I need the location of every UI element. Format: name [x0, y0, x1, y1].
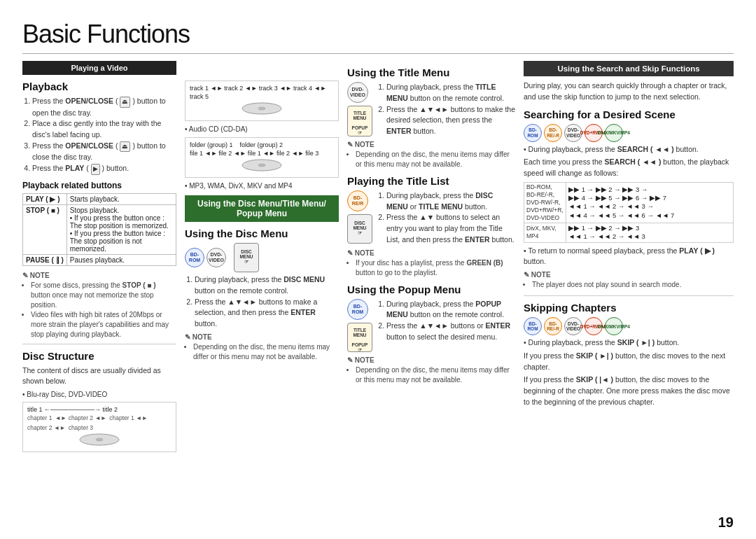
skipping-icons: BD-ROM BD-RE/-R DVD-VIDEO DVD+RW/+R DivX… — [524, 317, 734, 335]
disc-menu-title: Using the Disc Menu — [185, 227, 339, 239]
playback-buttons-section: Playback related buttons PLAY ( ▶ ) Star… — [22, 181, 176, 266]
title-list-step-1: During playback, press the DISC MENU or … — [386, 190, 515, 213]
title-menu-section: Using the Title Menu DVD-VIDEO TITLEMENU… — [347, 66, 515, 169]
disc-structure-section: Disc Structure The content of discs are … — [22, 350, 176, 453]
title-menu-step-2: Press the ▲▼◄► buttons to make the desir… — [386, 104, 515, 137]
stop-btn-cell: STOP ( ■ ) — [23, 204, 67, 254]
divx-mkv-icon: DivX/MKV/MP4 — [605, 124, 623, 142]
popup-menu-note-item: Depending on the disc, the menu items ma… — [356, 365, 515, 385]
title-menu-note-list: Depending on the disc, the menu items ma… — [347, 150, 515, 169]
speed-row-1: BD-ROM,BD-RE/-R,DVD-RW/-R,DVD+RW/+R,DVD-… — [524, 182, 734, 223]
search-change-note: Each time you press the SEARCH ( ◄◄ ) bu… — [524, 157, 734, 179]
title-list-steps: During playback, press the DISC MENU or … — [377, 190, 515, 246]
title-menu-step-1: During playback, press the TITLE MENU bu… — [386, 82, 515, 104]
bd-re-r-icon-2: BD-RE/-R — [544, 124, 562, 142]
audio-cd-label: Audio CD (CD-DA) — [185, 125, 339, 133]
popup-menu-section: Using the Popup Menu BD-ROM TITLEMENUPOP… — [347, 284, 515, 385]
audio-cd-diagram: track 1 ◄►track 2 ◄►track 3 ◄►track 4 ◄►… — [185, 80, 339, 121]
skipping-note-1: If you press the SKIP ( ►| ) button, the… — [524, 351, 734, 373]
playback-related-title: Playback related buttons — [22, 181, 176, 190]
bd-re-r-icon: BD-RE/R — [347, 190, 368, 211]
speed-label-2: DivX, MKV,MP4 — [524, 223, 566, 242]
play-btn-cell: PLAY ( ▶ ) — [23, 193, 67, 204]
search-note-title: NOTE — [524, 271, 734, 279]
desired-scene-title: Searching for a Desired Scene — [524, 108, 734, 120]
col-mid-left: track 1 ◄►track 2 ◄►track 3 ◄►track 4 ◄►… — [185, 61, 339, 525]
table-row: PAUSE ( ‖ ) Pauses playback. — [23, 254, 176, 265]
speed-label-1: BD-ROM,BD-RE/-R,DVD-RW/-R,DVD+RW/+R,DVD-… — [524, 182, 566, 223]
search-note-item: The player does not play sound in search… — [532, 280, 734, 290]
disc-svg-1 — [78, 433, 120, 447]
main-content: Playing a Video Playback Press the OPEN/… — [22, 61, 734, 525]
title-menu-note: NOTE Depending on the disc, the menu ite… — [347, 141, 515, 169]
disc-menu-btn-2: DISCMENU☞ — [347, 214, 372, 244]
disc-menu-header: Using the Disc Menu/Title Menu/ Popup Me… — [185, 195, 339, 222]
title-list-step-2: Press the ▲▼ buttons to select an entry … — [386, 212, 515, 245]
playback-note: NOTE For some discs, pressing the STOP (… — [22, 272, 176, 340]
playback-step-3: Press the OPEN/CLOSE ( ⏏ ) button to clo… — [32, 141, 176, 163]
divider-right — [524, 295, 734, 296]
col-mid-right: Using the Title Menu DVD-VIDEO TITLEMENU… — [347, 61, 515, 525]
pause-btn-cell: PAUSE ( ‖ ) — [23, 254, 67, 265]
desired-scene-section: Searching for a Desired Scene BD-ROM BD-… — [524, 108, 734, 290]
search-bullet: • During playback, press the SEARCH ( ◄◄… — [524, 144, 734, 155]
col-left: Playing a Video Playback Press the OPEN/… — [22, 61, 176, 525]
popup-menu-content: BD-ROM TITLEMENUPOPUP☞ During playback, … — [347, 299, 515, 353]
speed-values-1: ▶▶ 1 → ▶▶ 2 → ▶▶ 3 → ▶▶ 4 → ▶▶ 5 → ▶▶ 6 … — [566, 182, 734, 223]
svg-point-3 — [258, 107, 265, 110]
skipping-bullet-1: • During playback, press the SKIP ( ►| )… — [524, 337, 734, 349]
note-item-2: Video files with high bit rates of 20Mbp… — [31, 310, 176, 340]
popup-menu-note: NOTE Depending on the disc, the menu ite… — [347, 356, 515, 385]
search-note-list: The player does not play sound in search… — [524, 280, 734, 290]
dvd-video-icon-2: DVD-VIDEO — [347, 82, 368, 103]
pause-desc: Pauses playback. — [66, 254, 176, 265]
col-right: Using the Search and Skip Functions Duri… — [524, 61, 734, 525]
disc-svg-mp3 — [241, 158, 283, 172]
popup-menu-btn: TITLEMENUPOPUP☞ — [347, 323, 372, 352]
title-list-section: Playing the Title List BD-RE/R DISCMENU☞… — [347, 175, 515, 278]
speed-table: BD-ROM,BD-RE/-R,DVD-RW/-R,DVD+RW/+R,DVD-… — [524, 182, 734, 243]
stop-desc: Stops playback. • If you press the butto… — [66, 204, 176, 254]
disc-menu-section: Using the Disc Menu BD-ROM DVD-VIDEO DIS… — [185, 227, 339, 362]
disc-structure-title: Disc Structure — [22, 350, 176, 362]
table-row: PLAY ( ▶ ) Starts playback. — [23, 193, 176, 204]
normal-play-note: • To return to normal speed playback, pr… — [524, 246, 734, 268]
file-labels: file 1 ◄►file 2 ◄►file 1 ◄►file 2 ◄►file… — [190, 150, 334, 157]
svg-point-5 — [258, 164, 265, 167]
note-list: For some discs, pressing the STOP ( ■ ) … — [22, 281, 176, 340]
popup-menu-step-1: During playback, press the POPUP MENU bu… — [386, 299, 515, 321]
disc-menu-note: NOTE Depending on the disc, the menu ite… — [185, 333, 339, 362]
chapter-labels: chapter 1◄► chapter 2 ◄►chapter 1 ◄►chap… — [27, 414, 172, 431]
skipping-section: Skipping Chapters BD-ROM BD-RE/-R DVD-VI… — [524, 302, 734, 408]
skipping-note-2: If you press the SKIP ( |◄ ) button, the… — [524, 374, 734, 407]
title-list-content: BD-RE/R DISCMENU☞ During playback, press… — [347, 190, 515, 246]
disc-structure-desc: The content of discs are usually divided… — [22, 365, 176, 388]
title-menu-note-item: Depending on the disc, the menu items ma… — [356, 150, 515, 169]
disc-menu-note-list: Depending on the disc, the menu items ma… — [185, 342, 339, 362]
playback-step-2: Place a disc gently into the tray with t… — [32, 118, 176, 141]
disc-menu-icons: BD-ROM DVD-VIDEO DISCMENU☞ — [185, 243, 339, 272]
desired-scene-icons: BD-ROM BD-RE/-R DVD-VIDEO DVD+RW/+R DivX… — [524, 124, 734, 142]
disc-svg-audio — [241, 102, 283, 115]
bd-re-r-icon-3: BD-RE/-R — [544, 317, 562, 335]
playback-step-4: Press the PLAY ( ▶ ) button. — [32, 163, 176, 175]
title-list-note: NOTE If your disc has a playlist, press … — [347, 249, 515, 278]
playback-step-1: Press the OPEN/CLOSE ( ⏏ ) button to ope… — [32, 96, 176, 118]
mp3-diagram: folder (group) 1folder (group) 2 file 1 … — [185, 137, 339, 178]
divider — [22, 344, 176, 344]
title-list-title: Playing the Title List — [347, 175, 515, 187]
playing-video-header: Playing a Video — [22, 61, 176, 75]
disc-menu-note-item: Depending on the disc, the menu items ma… — [193, 342, 339, 362]
title-menu-icons-col: DVD-VIDEO TITLEMENUPOPUP☞ — [347, 82, 372, 136]
bd-rom-icon: BD-ROM — [185, 248, 204, 267]
popup-menu-note-title: NOTE — [347, 356, 515, 364]
search-skip-desc: During play, you can search quickly thro… — [524, 80, 734, 103]
svg-point-1 — [96, 438, 103, 441]
page-title: Basic Functions — [22, 20, 734, 54]
disc-structure-bullet: Blu-ray Disc, DVD-VIDEO — [22, 391, 176, 398]
note-item-1: For some discs, pressing the STOP ( ■ ) … — [31, 281, 176, 310]
speed-values-2: ▶▶ 1 → ▶▶ 2 → ▶▶ 3 ◄◄ 1 → ◄◄ 2 → ◄◄ 3 — [566, 223, 734, 242]
title-menu-steps: During playback, press the TITLE MENU bu… — [377, 82, 515, 137]
popup-menu-step-2: Press the ▲▼◄► buttons or ENTER button t… — [386, 321, 515, 343]
disc-diagram-video: title 1 ←———————→ title 2 chapter 1◄► ch… — [22, 402, 176, 452]
